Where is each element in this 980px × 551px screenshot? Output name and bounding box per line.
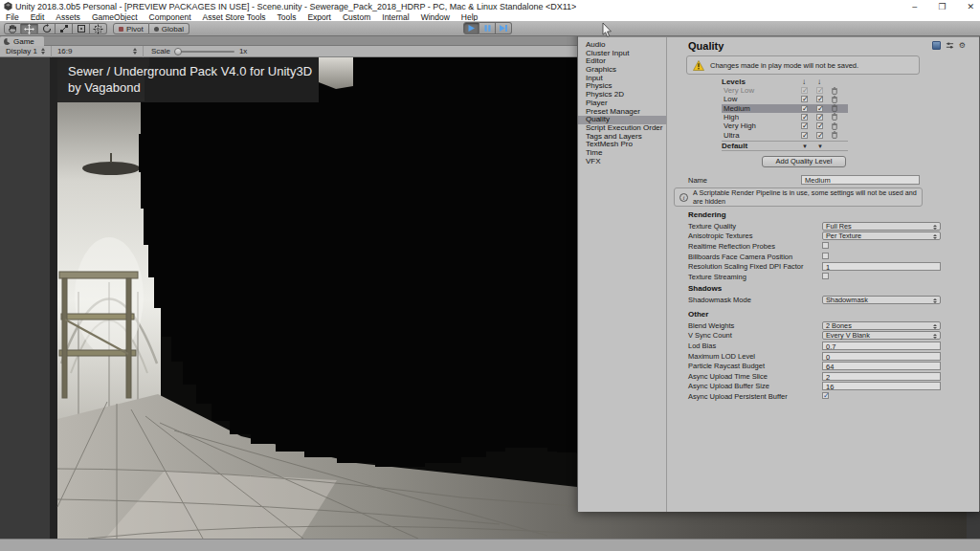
warning-icon [693, 60, 704, 71]
dpi-factor-field[interactable]: 1 [822, 262, 941, 271]
level-checkbox[interactable]: ✓ [801, 105, 808, 112]
page-title: Quality [688, 40, 724, 52]
realtime-reflection-probes-checkbox[interactable] [822, 242, 829, 249]
vsync-count-row: V Sync Count Every V Blank [688, 331, 979, 342]
rect-tool-button[interactable] [73, 23, 90, 34]
scale-icon [59, 24, 69, 33]
menu-component[interactable]: Component [144, 12, 197, 22]
level-checkbox[interactable]: ✓ [816, 87, 823, 94]
level-checkbox[interactable]: ✓ [816, 96, 823, 102]
trash-icon[interactable] [831, 113, 838, 121]
trash-icon[interactable] [831, 104, 838, 112]
name-field[interactable]: Medium [801, 175, 920, 185]
unity-editor-window: Unity 2018.3.0b5 Personal - [PREVIEW PAC… [0, 0, 980, 551]
particle-raycast-budget-field[interactable]: 64 [822, 362, 941, 370]
transform-tool-button[interactable] [90, 23, 107, 34]
scale-slider-knob[interactable] [174, 48, 182, 55]
maximum-lod-level-field[interactable]: 0 [822, 352, 941, 361]
game-view-icon [4, 38, 11, 45]
display-dropdown[interactable]: Display 1 [0, 46, 52, 57]
scale-tool-button[interactable] [56, 23, 73, 34]
pause-button[interactable] [479, 22, 496, 34]
presets-icon[interactable] [946, 41, 954, 50]
level-checkbox[interactable]: ✓ [801, 114, 808, 121]
add-quality-level-button[interactable]: Add Quality Level [762, 156, 846, 167]
level-row-very-high[interactable]: Very High ✓ ✓ [722, 121, 848, 130]
aspect-ratio-dropdown[interactable]: 16:9 [52, 46, 144, 57]
menu-custom[interactable]: Custom [337, 12, 376, 22]
menu-assets[interactable]: Assets [50, 12, 86, 22]
hand-tool-button[interactable] [4, 23, 21, 34]
scene-overlay-caption: Sewer / Underground Pack V4.0 for Unity3… [57, 57, 319, 102]
level-checkbox[interactable]: ✓ [801, 122, 808, 129]
move-tool-button[interactable] [21, 23, 38, 34]
menu-tools[interactable]: Tools [272, 12, 302, 22]
global-icon [154, 27, 159, 32]
menu-edit[interactable]: Edit [25, 12, 51, 22]
async-upload-persistent-buffer-checkbox[interactable]: ✓ [822, 392, 829, 399]
chevron-updown-icon [933, 324, 937, 329]
gear-icon[interactable]: ⚙ [959, 41, 966, 50]
level-checkbox[interactable]: ✓ [801, 87, 808, 94]
pause-icon [483, 24, 492, 33]
texture-quality-dropdown[interactable]: Full Res [822, 222, 941, 231]
menu-asset-store-tools[interactable]: Asset Store Tools [197, 12, 272, 22]
level-checkbox[interactable]: ✓ [816, 122, 823, 129]
rect-tool-icon [77, 24, 86, 33]
menu-help[interactable]: Help [456, 12, 483, 22]
maximize-button[interactable]: ❐ [938, 2, 946, 11]
step-button[interactable] [496, 22, 512, 34]
platform-column-icon: ↓ [802, 77, 806, 86]
level-row-medium[interactable]: Medium ✓ ✓ [722, 104, 848, 113]
shadows-section: Shadows Shadowmask Mode Shadowmask [688, 284, 979, 305]
texture-streaming-checkbox[interactable] [822, 273, 829, 279]
vsync-count-dropdown[interactable]: Every V Blank [822, 331, 941, 340]
anisotropic-textures-dropdown[interactable]: Per Texture [822, 231, 941, 240]
global-toggle-button[interactable]: Global [149, 23, 189, 34]
menu-gameobject[interactable]: GameObject [86, 12, 144, 22]
level-row-very-low[interactable]: Very Low ✓ ✓ [722, 86, 848, 95]
chevron-updown-icon [933, 334, 937, 339]
overlay-line-2: by Vagabond [68, 79, 319, 96]
chevron-updown-icon [133, 48, 137, 55]
menu-internal[interactable]: Internal [376, 12, 414, 22]
rotate-tool-button[interactable] [38, 23, 56, 34]
level-checkbox[interactable]: ✓ [816, 132, 823, 139]
menu-file[interactable]: File [0, 12, 25, 22]
minimize-button[interactable]: – [912, 2, 917, 11]
default-dropdown-icon[interactable]: ▼ [802, 143, 808, 149]
level-checkbox[interactable]: ✓ [816, 105, 823, 112]
tab-game[interactable]: Game [0, 36, 44, 46]
async-upload-time-slice-field[interactable]: 2 [822, 372, 941, 381]
scale-slider[interactable] [175, 51, 234, 53]
texture-quality-row: Texture Quality Full Res [688, 221, 979, 231]
level-checkbox[interactable]: ✓ [801, 132, 808, 139]
platform-column-icon: ↓ [817, 77, 821, 86]
level-row-low[interactable]: Low ✓ ✓ [722, 95, 848, 103]
shadowmask-mode-dropdown[interactable]: Shadowmask [822, 296, 941, 304]
level-row-ultra[interactable]: Ultra ✓ ✓ [722, 130, 848, 139]
menu-export[interactable]: Export [301, 12, 337, 22]
trash-icon[interactable] [831, 96, 838, 103]
blend-weights-dropdown[interactable]: 2 Bones [822, 321, 941, 330]
trash-icon[interactable] [831, 131, 838, 139]
level-checkbox[interactable]: ✓ [801, 96, 808, 102]
pivot-toggle-button[interactable]: Pivot [113, 23, 149, 34]
trash-icon[interactable] [831, 122, 838, 130]
lod-bias-field[interactable]: 0.7 [822, 342, 941, 350]
async-upload-buffer-size-field[interactable]: 16 [822, 382, 941, 390]
trash-icon[interactable] [831, 87, 838, 95]
shadowmask-mode-row: Shadowmask Mode Shadowmask [688, 295, 979, 305]
sidebar-item-vfx[interactable]: VFX [578, 158, 666, 166]
name-label: Name [688, 176, 801, 185]
billboards-face-camera-checkbox[interactable] [822, 253, 829, 259]
level-row-high[interactable]: High ✓ ✓ [722, 113, 848, 121]
step-icon [499, 24, 508, 33]
menu-window[interactable]: Window [415, 12, 456, 22]
level-checkbox[interactable]: ✓ [816, 114, 823, 121]
play-button[interactable] [463, 22, 479, 34]
default-label: Default [722, 142, 747, 150]
close-button[interactable]: ✕ [967, 2, 974, 11]
scale-label: Scale [151, 47, 170, 55]
default-dropdown-icon[interactable]: ▼ [817, 143, 823, 149]
